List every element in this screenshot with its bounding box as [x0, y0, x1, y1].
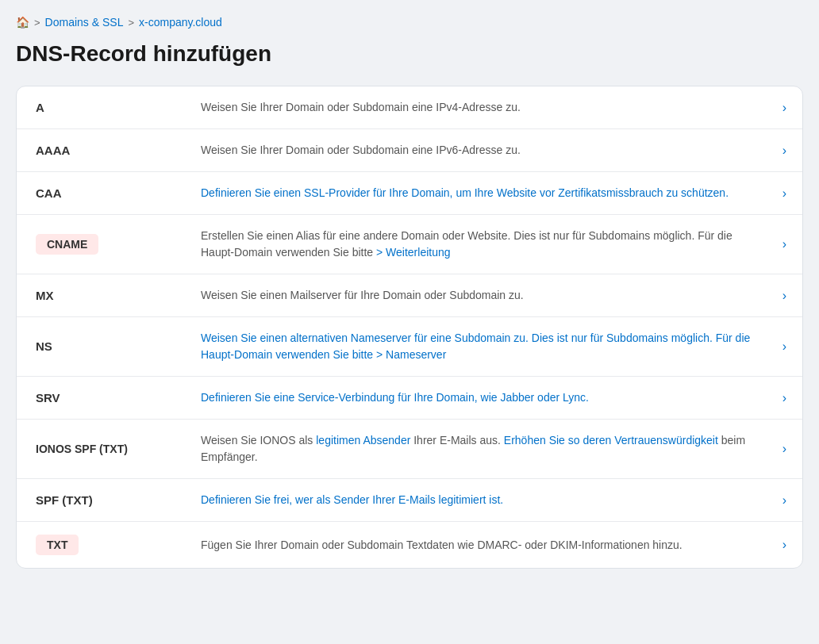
home-icon[interactable]: 🏠: [16, 16, 29, 29]
record-row-mx[interactable]: MX Weisen Sie einen Mailserver für Ihre …: [17, 274, 802, 317]
record-desc-ionos-spf: Weisen Sie IONOS als legitimen Absender …: [191, 420, 767, 478]
record-desc-srv: Definieren Sie eine Service-Verbindung f…: [191, 377, 767, 419]
record-desc-txt: Fügen Sie Ihrer Domain oder Subdomain Te…: [191, 524, 767, 566]
record-name-srv: SRV: [17, 378, 191, 418]
chevron-ionos-spf: ›: [767, 429, 802, 469]
breadcrumb-separator-2: >: [128, 17, 134, 29]
page-title: DNS-Record hinzufügen: [16, 41, 803, 67]
breadcrumb-domain[interactable]: x-company.cloud: [139, 16, 222, 29]
record-name-a: A: [17, 88, 191, 128]
record-name-mx: MX: [17, 276, 191, 316]
record-desc-a: Weisen Sie Ihrer Domain oder Subdomain e…: [191, 86, 767, 128]
record-row-txt[interactable]: TXT Fügen Sie Ihrer Domain oder Subdomai…: [17, 522, 802, 568]
chevron-a: ›: [767, 88, 802, 128]
chevron-aaaa: ›: [767, 131, 802, 171]
chevron-ns: ›: [767, 327, 802, 366]
record-row-ns[interactable]: NS Weisen Sie einen alternativen Nameser…: [17, 317, 802, 377]
record-name-txt-cell: TXT: [17, 522, 191, 568]
record-desc-aaaa: Weisen Sie Ihrer Domain oder Subdomain e…: [191, 129, 767, 171]
record-row-caa[interactable]: CAA Definieren Sie einen SSL-Provider fü…: [17, 172, 802, 215]
ns-link[interactable]: > Nameserver: [376, 348, 446, 361]
record-row-aaaa[interactable]: AAAA Weisen Sie Ihrer Domain oder Subdom…: [17, 129, 802, 172]
chevron-txt: ›: [767, 525, 802, 565]
record-desc-caa: Definieren Sie einen SSL-Provider für Ih…: [191, 172, 767, 214]
record-name-ns: NS: [17, 327, 191, 366]
record-row-cname[interactable]: CNAME Erstellen Sie einen Alias für eine…: [17, 215, 802, 274]
record-desc-spf-txt: Definieren Sie frei, wer als Sender Ihre…: [191, 479, 767, 521]
chevron-caa: ›: [767, 174, 802, 213]
record-row-srv[interactable]: SRV Definieren Sie eine Service-Verbindu…: [17, 377, 802, 420]
breadcrumb-separator-1: >: [34, 17, 40, 29]
record-desc-cname: Erstellen Sie einen Alias für eine ander…: [191, 215, 767, 274]
chevron-spf-txt: ›: [767, 481, 802, 520]
record-name-spf-txt: SPF (TXT): [17, 481, 191, 520]
record-row-a[interactable]: A Weisen Sie Ihrer Domain oder Subdomain…: [17, 86, 802, 129]
breadcrumb: 🏠 > Domains & SSL > x-company.cloud: [16, 16, 803, 29]
record-name-cname: CNAME: [36, 234, 98, 255]
chevron-mx: ›: [767, 276, 802, 316]
breadcrumb-domains[interactable]: Domains & SSL: [45, 16, 124, 29]
record-desc-ns: Weisen Sie einen alternativen Nameserver…: [191, 317, 767, 376]
record-row-spf-txt[interactable]: SPF (TXT) Definieren Sie frei, wer als S…: [17, 479, 802, 522]
page-wrapper: 🏠 > Domains & SSL > x-company.cloud DNS-…: [16, 16, 803, 569]
cname-link[interactable]: > Weiterleitung: [376, 246, 451, 259]
record-name-cname-cell: CNAME: [17, 221, 191, 267]
record-name-txt: TXT: [36, 535, 79, 555]
chevron-cname: ›: [767, 224, 802, 264]
record-name-caa: CAA: [17, 174, 191, 213]
dns-records-card: A Weisen Sie Ihrer Domain oder Subdomain…: [16, 86, 803, 569]
record-desc-mx: Weisen Sie einen Mailserver für Ihre Dom…: [191, 274, 767, 316]
record-name-ionos-spf: IONOS SPF (TXT): [17, 429, 191, 469]
record-row-ionos-spf[interactable]: IONOS SPF (TXT) Weisen Sie IONOS als leg…: [17, 420, 802, 479]
record-name-aaaa: AAAA: [17, 131, 191, 171]
chevron-srv: ›: [767, 378, 802, 418]
